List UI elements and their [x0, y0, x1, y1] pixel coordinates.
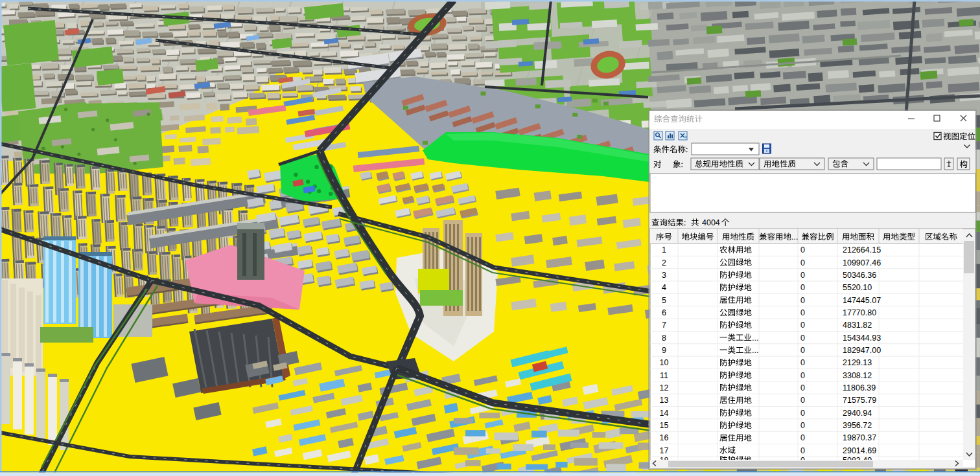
- svg-text:...: ...: [791, 232, 798, 242]
- svg-text:6: 6: [662, 308, 666, 317]
- svg-text:9: 9: [662, 346, 666, 355]
- svg-text:0: 0: [800, 396, 805, 405]
- svg-text:19870.37: 19870.37: [843, 433, 876, 442]
- svg-text:17770.80: 17770.80: [843, 308, 876, 317]
- svg-text:0: 0: [800, 383, 805, 392]
- svg-text:4831.82: 4831.82: [843, 321, 872, 330]
- svg-text:0: 0: [800, 258, 805, 267]
- svg-text:11: 11: [660, 371, 668, 380]
- svg-text:8: 8: [662, 334, 666, 343]
- svg-text:3: 3: [662, 271, 666, 280]
- svg-text:0: 0: [800, 371, 805, 380]
- svg-text:4004: 4004: [702, 218, 720, 227]
- svg-text:0: 0: [800, 283, 805, 292]
- svg-text:0: 0: [800, 271, 805, 280]
- svg-text:10: 10: [660, 358, 669, 367]
- svg-text:0: 0: [800, 446, 805, 455]
- svg-text:0: 0: [800, 308, 805, 317]
- svg-text:3956.72: 3956.72: [843, 421, 872, 430]
- svg-text:147445.07: 147445.07: [843, 296, 881, 305]
- svg-text:71575.79: 71575.79: [843, 396, 876, 405]
- svg-text:0: 0: [800, 421, 805, 430]
- svg-text:5520.10: 5520.10: [843, 283, 872, 292]
- svg-text:0: 0: [800, 296, 805, 305]
- svg-text:15: 15: [660, 421, 669, 430]
- svg-text:0: 0: [800, 321, 805, 330]
- svg-text:182947.00: 182947.00: [843, 346, 881, 355]
- svg-text:50346.36: 50346.36: [843, 271, 876, 280]
- svg-text:12: 12: [660, 383, 669, 392]
- svg-text:2940.94: 2940.94: [843, 409, 872, 418]
- svg-text:7: 7: [662, 321, 666, 330]
- svg-text:3308.12: 3308.12: [843, 371, 872, 380]
- svg-text:212664.15: 212664.15: [843, 245, 881, 255]
- svg-text:...: ...: [752, 346, 758, 355]
- svg-text:0: 0: [800, 245, 805, 255]
- svg-text:0: 0: [800, 334, 805, 343]
- svg-text:0: 0: [800, 409, 805, 418]
- svg-text:5: 5: [662, 296, 666, 305]
- svg-text:17: 17: [660, 446, 669, 455]
- svg-text:16: 16: [660, 433, 669, 442]
- svg-text:14: 14: [660, 409, 669, 418]
- svg-text:1: 1: [662, 245, 666, 255]
- svg-text:29014.69: 29014.69: [843, 446, 876, 455]
- svg-text:0: 0: [800, 433, 805, 442]
- svg-text:13: 13: [660, 396, 669, 405]
- svg-text:0: 0: [800, 358, 805, 367]
- svg-text:...: ...: [752, 334, 758, 343]
- svg-text:11806.39: 11806.39: [843, 383, 876, 392]
- svg-text:109907.46: 109907.46: [843, 258, 881, 267]
- svg-text:154344.93: 154344.93: [843, 334, 881, 343]
- svg-text:0: 0: [800, 346, 805, 355]
- svg-text:4: 4: [662, 283, 666, 292]
- svg-text:2: 2: [662, 258, 666, 267]
- svg-text:2129.13: 2129.13: [843, 358, 872, 367]
